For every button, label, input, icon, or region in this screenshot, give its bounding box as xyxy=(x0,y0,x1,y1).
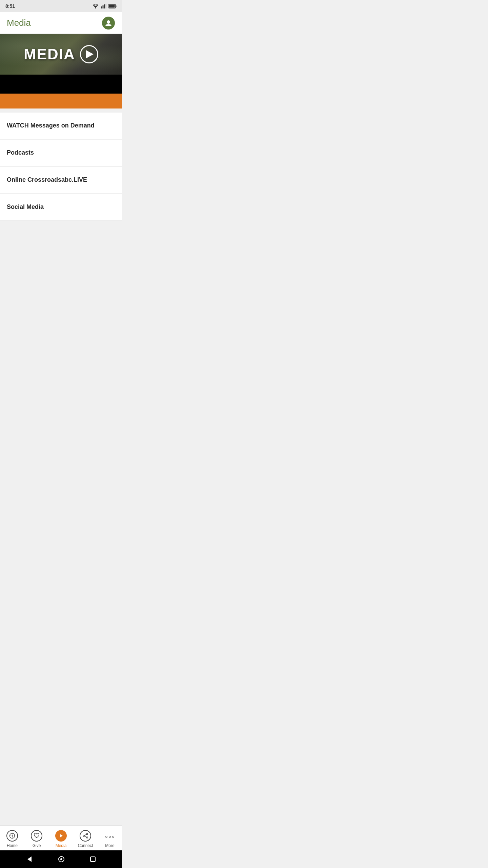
content-list: WATCH Messages on Demand Podcasts Online… xyxy=(0,108,122,825)
svg-marker-15 xyxy=(12,834,13,836)
home-icon-circle xyxy=(6,830,18,842)
svg-point-25 xyxy=(60,858,62,860)
recents-square-icon xyxy=(90,856,96,862)
svg-rect-6 xyxy=(116,5,117,7)
hero-banner: MEDIA xyxy=(0,34,122,108)
page-title: Media xyxy=(7,18,31,28)
hero-black-bar xyxy=(0,75,122,94)
hero-image[interactable]: MEDIA xyxy=(0,34,122,75)
bottom-nav: Home Give Media xyxy=(0,825,122,850)
back-triangle-icon xyxy=(26,856,33,863)
list-item-online[interactable]: Online Crossroadsabc.LIVE xyxy=(0,167,122,193)
nav-label-home: Home xyxy=(7,843,18,848)
svg-rect-7 xyxy=(109,5,115,7)
nav-icon-more xyxy=(104,830,116,842)
nav-label-connect: Connect xyxy=(78,843,93,848)
nav-label-media: Media xyxy=(56,843,67,848)
play-icon xyxy=(58,833,64,839)
hero-title: MEDIA xyxy=(24,46,75,63)
nav-item-home[interactable]: Home xyxy=(0,830,24,848)
profile-circle xyxy=(102,17,115,29)
nav-label-more: More xyxy=(105,843,114,848)
nav-icon-home xyxy=(6,830,18,842)
list-item-podcasts-label: Podcasts xyxy=(7,149,34,156)
system-nav-bar xyxy=(0,850,122,868)
hero-play-button[interactable] xyxy=(80,45,98,63)
share-icon xyxy=(82,833,88,839)
svg-rect-1 xyxy=(101,6,102,8)
svg-rect-4 xyxy=(106,4,107,8)
nav-icon-give xyxy=(30,830,43,842)
give-icon-circle xyxy=(31,830,42,842)
home-button[interactable] xyxy=(58,856,65,863)
svg-line-21 xyxy=(84,834,86,835)
app-header: Media xyxy=(0,12,122,34)
media-icon-circle xyxy=(55,830,67,842)
svg-point-20 xyxy=(86,837,88,838)
play-triangle-icon xyxy=(86,50,94,58)
compass-icon xyxy=(9,833,15,839)
hero-orange-bar xyxy=(0,94,122,108)
connect-icon-circle xyxy=(80,830,91,842)
status-icons xyxy=(92,4,117,8)
recents-button[interactable] xyxy=(90,856,96,862)
back-button[interactable] xyxy=(26,856,33,863)
wifi-icon xyxy=(92,4,99,8)
list-item-watch[interactable]: WATCH Messages on Demand xyxy=(0,113,122,139)
nav-item-connect[interactable]: Connect xyxy=(73,830,98,848)
nav-item-give[interactable]: Give xyxy=(24,830,49,848)
battery-icon xyxy=(108,4,117,8)
svg-point-19 xyxy=(83,835,84,836)
nav-icon-media xyxy=(55,830,67,842)
hero-content: MEDIA xyxy=(24,45,98,63)
svg-point-8 xyxy=(107,20,110,24)
svg-marker-23 xyxy=(27,856,32,862)
nav-label-give: Give xyxy=(33,843,41,848)
profile-button[interactable] xyxy=(102,16,115,30)
home-circle-icon xyxy=(58,856,65,863)
svg-point-0 xyxy=(95,7,96,8)
list-item-social-label: Social Media xyxy=(7,203,44,211)
heart-icon xyxy=(34,833,40,839)
svg-rect-3 xyxy=(104,4,105,8)
svg-marker-17 xyxy=(60,834,63,837)
svg-rect-2 xyxy=(103,5,104,8)
svg-marker-16 xyxy=(12,836,13,837)
dots-icon xyxy=(105,834,114,838)
svg-rect-26 xyxy=(90,857,95,862)
list-item-watch-label: WATCH Messages on Demand xyxy=(7,122,95,129)
nav-icon-connect xyxy=(79,830,92,842)
list-item-podcasts[interactable]: Podcasts xyxy=(0,140,122,166)
status-time: 8:51 xyxy=(5,3,15,9)
list-item-social[interactable]: Social Media xyxy=(0,194,122,220)
svg-point-18 xyxy=(86,833,88,835)
list-item-online-label: Online Crossroadsabc.LIVE xyxy=(7,176,87,183)
nav-item-more[interactable]: More xyxy=(98,830,122,848)
status-bar: 8:51 xyxy=(0,0,122,12)
profile-icon xyxy=(105,19,112,27)
nav-item-media[interactable]: Media xyxy=(49,830,73,848)
svg-line-22 xyxy=(84,836,86,837)
signal-icon xyxy=(101,4,106,8)
